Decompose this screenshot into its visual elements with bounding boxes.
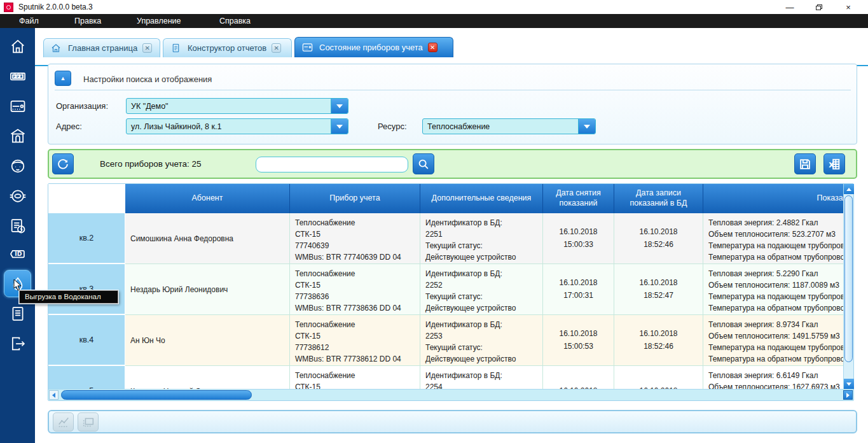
svg-text:7: 7 xyxy=(20,73,24,79)
windows-button[interactable] xyxy=(78,412,99,432)
readings-cell: Тепловая энергия: 6.6149 ГкалОбъем тепло… xyxy=(703,366,843,389)
search-settings-panel: ▲ Настройки поиска и отображения Организ… xyxy=(48,64,857,144)
table-row[interactable]: кв.4 Ан Юн Чо ТеплоснабжениеСТК-15 77738… xyxy=(48,315,843,366)
tab-label: Конструктор отчетов xyxy=(183,43,272,53)
tab-report-builder[interactable]: Конструктор отчетов ✕ xyxy=(163,38,292,57)
tab-label: Состояние приборов учета xyxy=(314,43,428,52)
resource-label: Ресурс: xyxy=(378,122,407,131)
menu-manage[interactable]: Управление xyxy=(128,14,190,28)
home-icon[interactable] xyxy=(8,37,27,56)
table-row[interactable]: кв.3 Нездарь Юрий Леонидович Теплоснабже… xyxy=(48,264,843,315)
document-icon[interactable] xyxy=(8,304,27,323)
chevron-down-icon[interactable] xyxy=(331,99,348,113)
date-recorded-cell: 16.10.201818:52:46 xyxy=(614,315,703,366)
vertical-scroll-track[interactable] xyxy=(844,194,853,379)
tab-home[interactable]: Главная страница ✕ xyxy=(43,38,160,57)
scroll-right-icon[interactable] xyxy=(843,390,853,400)
report-schedule-icon[interactable] xyxy=(8,216,27,236)
header-date-taken[interactable]: Дата снятия показаний xyxy=(543,184,614,213)
organization-value: УК "Демо" xyxy=(127,102,331,111)
window-title: Sputnik 2.0.0.0 beta.3 xyxy=(18,3,93,11)
device-cell: ТеплоснабжениеСТК-15 77738612WMBus: BTR … xyxy=(290,315,420,366)
search-button[interactable] xyxy=(413,153,434,174)
chevron-down-icon[interactable] xyxy=(331,119,348,134)
date-recorded-cell: 16.10.2018 xyxy=(614,366,703,389)
scroll-left-icon[interactable] xyxy=(49,390,59,400)
header-readings[interactable]: Показания xyxy=(703,184,843,213)
water-meter-icon[interactable] xyxy=(8,186,27,206)
title-bar: Sputnik 2.0.0.0 beta.3 — × xyxy=(0,0,868,14)
tab-close-icon[interactable]: ✕ xyxy=(272,43,281,53)
vertical-scrollbar[interactable] xyxy=(843,184,853,389)
counter-icon[interactable]: 007 xyxy=(8,67,27,86)
vertical-scroll-thumb[interactable] xyxy=(844,195,853,362)
tooltip: Выгрузка в Водоканал xyxy=(19,290,118,304)
total-meters-label: Всего приборов учета: 25 xyxy=(100,159,202,169)
restore-button[interactable] xyxy=(804,0,834,14)
meter-device-icon[interactable] xyxy=(8,97,27,116)
chevron-down-icon[interactable] xyxy=(578,119,595,134)
header-device[interactable]: Прибор учета xyxy=(290,184,420,213)
readings-cell: Тепловая энергия: 5.2290 ГкалОбъем тепло… xyxy=(703,264,843,315)
window-controls: — × xyxy=(775,0,863,14)
app-window: Sputnik 2.0.0.0 beta.3 — × Файл Правка У… xyxy=(0,0,868,443)
svg-text:X: X xyxy=(829,160,834,169)
device-cell: ТеплоснабжениеСТК-15 xyxy=(290,366,420,389)
address-select[interactable]: ул. Лизы Чайкиной, 8 к.1 xyxy=(126,118,348,134)
address-label: Адрес: xyxy=(56,122,82,131)
menu-file[interactable]: Файл xyxy=(10,14,48,28)
save-button[interactable] xyxy=(794,153,816,174)
date-taken-cell: 16.10.201815:00:33 xyxy=(543,213,614,264)
info-cell: Идентификатор в БД:2251 Текущий статус:Д… xyxy=(420,213,543,264)
table-viewport: Абонент Прибор учета Дополнительные свед… xyxy=(48,184,843,389)
info-cell: Идентификатор в БД:2254 xyxy=(420,366,543,389)
tab-meter-status[interactable]: Состояние приборов учета ✕ xyxy=(294,37,453,57)
header-date-recorded[interactable]: Дата записи показаний в БД xyxy=(614,184,703,213)
menu-edit[interactable]: Правка xyxy=(65,14,110,28)
date-recorded-cell: 16.10.201818:52:47 xyxy=(614,264,703,315)
date-taken-cell: 16.10.201815:00:53 xyxy=(543,315,614,366)
header-abonent[interactable]: Абонент xyxy=(125,184,290,213)
tab-bar: Главная страница ✕ Конструктор отчетов ✕… xyxy=(35,37,868,57)
scroll-down-icon[interactable] xyxy=(844,379,854,389)
table-toolbar: Всего приборов учета: 25 X xyxy=(48,149,857,179)
bottom-toolbar xyxy=(48,410,857,433)
exit-icon[interactable] xyxy=(8,334,27,353)
close-button[interactable]: × xyxy=(834,0,863,14)
settings-panel-title: Настройки поиска и отображения xyxy=(83,74,212,84)
app-logo-icon xyxy=(4,3,13,12)
table-row[interactable]: кв.2 Симошкина Анна Федоровна Теплоснабж… xyxy=(48,213,843,264)
scroll-up-icon[interactable] xyxy=(844,184,854,194)
organization-select[interactable]: УК "Демо" xyxy=(126,98,348,114)
info-cell: Идентификатор в БД:2252 Текущий статус:Д… xyxy=(420,264,543,315)
person-icon[interactable] xyxy=(8,157,27,176)
resource-select[interactable]: Теплоснабжение xyxy=(422,118,596,134)
tab-close-icon[interactable]: ✕ xyxy=(428,43,437,52)
device-cell: ТеплоснабжениеСТК-15 77740639WMBus: BTR … xyxy=(290,213,420,264)
menu-help[interactable]: Справка xyxy=(210,14,259,28)
chart-button[interactable] xyxy=(53,412,74,432)
building-icon[interactable] xyxy=(8,127,27,146)
search-input[interactable] xyxy=(256,157,408,172)
refresh-button[interactable] xyxy=(52,153,74,174)
collapse-panel-button[interactable]: ▲ xyxy=(55,71,71,86)
resource-value: Теплоснабжение xyxy=(423,122,578,131)
main-area: Главная страница ✕ Конструктор отчетов ✕… xyxy=(35,28,868,443)
abonent-cell: Симошкина Анна Федоровна xyxy=(125,213,290,264)
readings-cell: Тепловая энергия: 2.4882 ГкалОбъем тепло… xyxy=(703,213,843,264)
id-badge-icon[interactable]: ID xyxy=(8,244,27,264)
export-excel-button[interactable]: X xyxy=(823,153,845,174)
horizontal-scroll-thumb[interactable] xyxy=(61,390,252,400)
meter-tab-icon xyxy=(300,41,314,54)
horizontal-scrollbar[interactable] xyxy=(48,389,853,400)
header-info[interactable]: Дополнительные сведения xyxy=(420,184,543,213)
table-row[interactable]: кв.5 Комаров Николай Эдуардович Теплосна… xyxy=(48,366,843,389)
table-header: Абонент Прибор учета Дополнительные свед… xyxy=(48,184,843,213)
info-cell: Идентификатор в БД:2253 Текущий статус:Д… xyxy=(420,315,543,366)
tab-close-icon[interactable]: ✕ xyxy=(142,43,152,53)
abonent-cell: Нездарь Юрий Леонидович xyxy=(125,264,290,315)
header-apartment[interactable] xyxy=(48,184,125,213)
svg-text:ID: ID xyxy=(15,250,22,257)
document-tab-icon xyxy=(169,42,183,55)
minimize-button[interactable]: — xyxy=(775,0,804,14)
